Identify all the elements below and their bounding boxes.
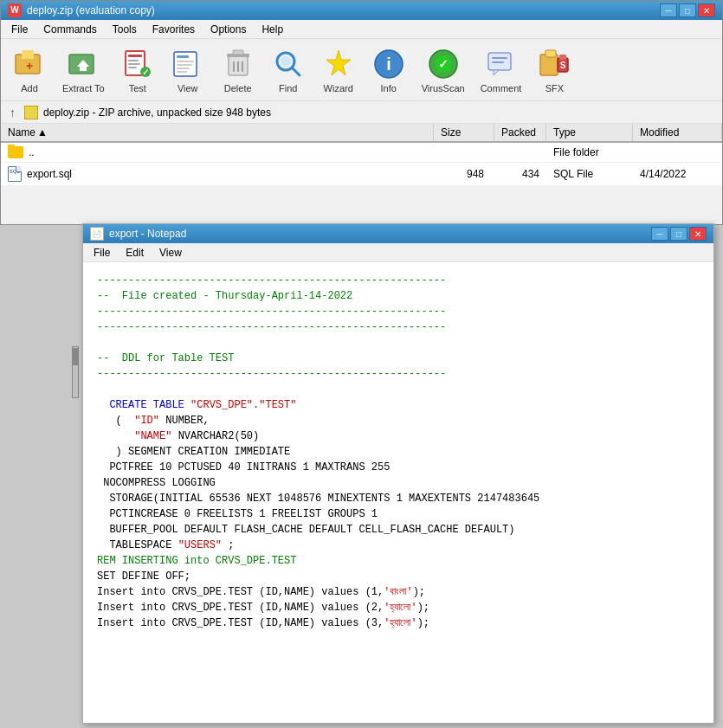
code-ddl-comment: -- DDL for Table TEST [97, 352, 234, 364]
notepad-maximize-button[interactable]: □ [670, 227, 687, 241]
code-line-1: ----------------------------------------… [97, 274, 446, 333]
svg-rect-38 [540, 55, 558, 75]
sfx-label: SFX [545, 83, 564, 93]
maximize-button[interactable]: □ [679, 3, 696, 17]
svg-text:✓: ✓ [142, 68, 149, 77]
file-type-cell: File folder [546, 145, 633, 160]
notepad-menu-bar: File Edit View [83, 243, 713, 262]
svg-text:i: i [386, 55, 391, 74]
code-val3: 'হ্যালো' [384, 617, 416, 629]
notepad-close-button[interactable]: ✕ [689, 227, 707, 241]
col-name-header[interactable]: Name ▲ [1, 124, 434, 141]
info-label: Info [381, 83, 397, 93]
file-name-cell: SQL export.sql [1, 164, 434, 184]
svg-line-27 [292, 68, 300, 75]
svg-rect-8 [128, 60, 139, 61]
toolbar-info[interactable]: i Info [365, 42, 412, 98]
minimize-button[interactable]: ─ [660, 3, 677, 17]
add-label: Add [21, 83, 38, 93]
code-val1: 'বাংলা' [384, 586, 412, 598]
notepad-minimize-button[interactable]: ─ [651, 227, 668, 241]
menu-tools[interactable]: Tools [106, 22, 144, 37]
col-modified-header[interactable]: Modified [633, 124, 722, 141]
svg-marker-28 [326, 50, 351, 75]
svg-rect-18 [177, 71, 187, 73]
notepad-title: export - Notepad [109, 228, 186, 240]
svg-text:+: + [26, 59, 33, 73]
address-bar: ↑ deploy.zip - ZIP archive, unpacked siz… [1, 101, 722, 124]
wizard-icon [321, 47, 356, 81]
menu-file[interactable]: File [4, 22, 35, 37]
file-size-cell [434, 151, 494, 154]
col-size-header[interactable]: Size [434, 124, 494, 141]
toolbar-virusscan[interactable]: ✓ VirusScan [416, 42, 471, 98]
comment-label: Comment [481, 83, 522, 93]
find-label: Find [279, 83, 297, 93]
toolbar-wizard[interactable]: Wizard [315, 42, 362, 98]
menu-options[interactable]: Options [203, 22, 253, 37]
notepad-menu-edit[interactable]: Edit [119, 245, 151, 261]
svg-rect-5 [80, 67, 87, 71]
code-col-id: "ID" [134, 415, 159, 427]
code-rem: REM INSERTING into CRVS_DPE.TEST [97, 555, 296, 567]
test-icon: ✓ [120, 47, 155, 81]
toolbar-view[interactable]: View [165, 42, 211, 98]
winrar-title: deploy.zip (evaluation copy) [27, 4, 660, 16]
file-list-header: Name ▲ Size Packed Type Modified [1, 124, 722, 143]
winrar-title-bar: W deploy.zip (evaluation copy) ─ □ ✕ [1, 1, 722, 20]
svg-rect-17 [177, 68, 190, 69]
code-tablespace: "USERS" [178, 539, 222, 551]
notepad-content[interactable]: ----------------------------------------… [83, 262, 713, 704]
delete-label: Delete [224, 83, 252, 93]
info-icon: i [371, 47, 406, 81]
svg-rect-39 [545, 50, 556, 57]
comment-icon [484, 47, 519, 81]
code-nvarchar: NVARCHAR2(50) ) SEGMENT CREATION IMMEDIA… [97, 430, 539, 551]
virusscan-icon: ✓ [426, 47, 461, 81]
code-cols: ( [97, 415, 134, 427]
sfx-icon: S [537, 47, 571, 81]
back-button[interactable]: ↑ [6, 105, 19, 120]
scroll-thumb[interactable] [73, 348, 78, 365]
notepad-app-icon: 📄 [90, 227, 104, 241]
svg-rect-15 [177, 61, 194, 62]
close-button[interactable]: ✕ [698, 3, 715, 17]
table-row[interactable]: .. File folder [1, 143, 722, 163]
file-packed-cell: 434 [494, 166, 546, 182]
toolbar-extract[interactable]: Extract To [56, 42, 111, 98]
code-val2: 'হ্যালো' [384, 602, 416, 614]
view-label: View [178, 83, 198, 93]
svg-rect-9 [128, 63, 140, 65]
notepad-menu-view[interactable]: View [152, 245, 189, 261]
svg-rect-21 [233, 50, 243, 55]
menu-help[interactable]: Help [255, 22, 290, 37]
toolbar-sfx[interactable]: S SFX [531, 42, 578, 98]
col-packed-header[interactable]: Packed [494, 124, 546, 141]
notepad-menu-file[interactable]: File [87, 245, 117, 261]
toolbar-comment[interactable]: Comment [474, 42, 528, 98]
folder-icon [8, 146, 23, 158]
svg-rect-36 [492, 57, 507, 59]
menu-commands[interactable]: Commands [36, 22, 103, 37]
code-table-name: "CRVS_DPE"."TEST" [190, 399, 296, 411]
file-size-cell: 948 [434, 166, 494, 182]
code-semi1: ; [222, 539, 234, 551]
wizard-label: Wizard [324, 83, 353, 93]
window-controls: ─ □ ✕ [660, 3, 715, 17]
address-path: deploy.zip - ZIP archive, unpacked size … [43, 106, 271, 119]
notepad-title-bar: 📄 export - Notepad ─ □ ✕ [83, 224, 713, 243]
col-type-header[interactable]: Type [546, 124, 633, 141]
file-type-cell: SQL File [546, 166, 633, 182]
notepad-window: 📄 export - Notepad ─ □ ✕ File Edit View … [82, 223, 714, 724]
menu-favorites[interactable]: Favorites [145, 22, 202, 37]
sql-file-icon: SQL [8, 166, 22, 182]
table-row[interactable]: SQL export.sql 948 434 SQL File 4/14/202… [1, 163, 722, 186]
zip-file-icon [24, 106, 38, 119]
toolbar-add[interactable]: + Add [6, 42, 53, 98]
toolbar-delete[interactable]: Delete [215, 42, 261, 98]
test-label: Test [129, 83, 146, 93]
toolbar-find[interactable]: Find [265, 42, 312, 98]
svg-rect-41 [559, 55, 566, 60]
toolbar-test[interactable]: ✓ Test [114, 42, 161, 98]
file-packed-cell [494, 151, 546, 154]
